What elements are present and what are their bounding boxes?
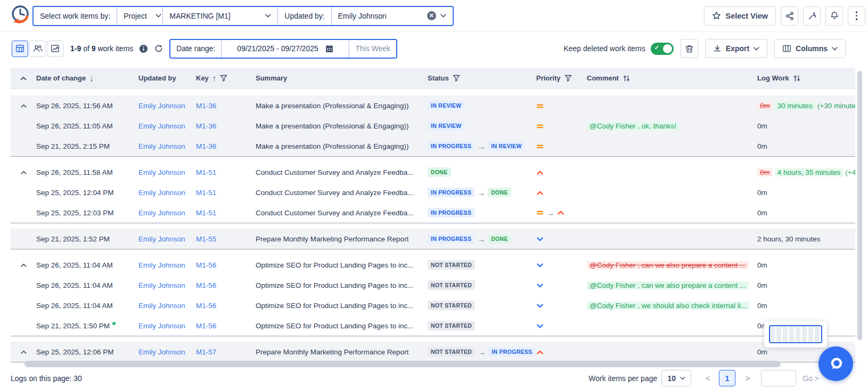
people-view-toggle[interactable] — [29, 41, 46, 57]
filter-funnel-icon[interactable] — [564, 75, 572, 82]
table-row[interactable]: Sep 26, 2025, 11:04 AMEmily JohnsonM1-56… — [11, 295, 855, 316]
go-to-page-input[interactable] — [761, 370, 796, 386]
date-range-picker[interactable]: 09/21/2025 - 09/27/2025 — [221, 40, 349, 58]
current-page-button[interactable]: 1 — [719, 370, 735, 386]
work-item-key-link[interactable]: M1-57 — [196, 348, 216, 356]
columns-button[interactable]: Columns — [774, 39, 846, 58]
filter-funnel-icon[interactable] — [220, 75, 227, 82]
work-item-key-link[interactable]: M1-56 — [196, 322, 216, 330]
table-row[interactable]: Sep 21, 2025, 1:52 PMEmily JohnsonM1-55P… — [11, 229, 855, 249]
floating-scroll-widget[interactable] — [764, 321, 827, 347]
log-work-value: 0m — [757, 122, 767, 130]
updated-by-link[interactable]: Emily Johnson — [138, 281, 185, 289]
info-icon[interactable] — [139, 44, 148, 53]
per-page-label: Work items per page — [588, 374, 657, 383]
status-cell: NOT STARTED→IN PROGRESS — [428, 347, 536, 357]
magic-wand-button[interactable] — [803, 6, 821, 26]
clear-filter-icon[interactable]: ✕ — [427, 11, 436, 20]
settings-sliders-icon[interactable] — [793, 75, 801, 82]
priority-high-icon — [536, 169, 544, 176]
more-options-button[interactable] — [848, 6, 865, 26]
row-collapse-toggle[interactable] — [11, 102, 36, 109]
work-item-key-link[interactable]: M1-56 — [196, 281, 216, 289]
updated-by-select[interactable]: Emily Johnson ✕ — [331, 7, 453, 25]
work-item-key-link[interactable]: M1-36 — [196, 102, 216, 110]
scroll-thumb-preview[interactable] — [769, 325, 822, 343]
updated-by-link[interactable]: Emily Johnson — [138, 142, 185, 150]
export-button[interactable]: Export — [705, 39, 767, 58]
table-row[interactable]: Sep 21, 2025, 1:50 PMEmily JohnsonM1-56O… — [11, 316, 855, 336]
table-row[interactable]: Sep 26, 2025, 11:05 AMEmily JohnsonM1-36… — [11, 116, 855, 136]
vertical-scrollbar[interactable] — [857, 71, 862, 340]
updated-by-link[interactable]: Emily Johnson — [138, 209, 185, 217]
updated-by-link[interactable]: Emily Johnson — [138, 322, 185, 330]
table-row[interactable]: Sep 26, 2025, 11:58 AMEmily JohnsonM1-51… — [11, 162, 855, 182]
table-row[interactable]: Sep 26, 2025, 11:04 AMEmily JohnsonM1-56… — [11, 255, 855, 275]
updated-by-link[interactable]: Emily Johnson — [138, 302, 185, 310]
sort-asc-icon[interactable]: ↑ — [212, 74, 217, 83]
updated-by-link[interactable]: Emily Johnson — [138, 168, 185, 176]
filter-funnel-icon[interactable] — [453, 75, 460, 82]
table-row[interactable]: Sep 26, 2025, 11:56 AMEmily JohnsonM1-36… — [11, 95, 855, 116]
date-of-change: Sep 26, 2025, 11:56 AM — [36, 102, 138, 110]
log-work-value: 0m — [757, 261, 767, 269]
column-header-priority[interactable]: Priority — [536, 74, 587, 82]
collapse-all-button[interactable] — [11, 75, 36, 82]
log-work-value: 4 hours, 35 minutes — [775, 168, 844, 176]
go-button[interactable]: Go > — [803, 374, 819, 383]
column-header-summary[interactable]: Summary — [256, 74, 428, 82]
work-item-key-link[interactable]: M1-56 — [196, 261, 216, 269]
settings-sliders-icon[interactable] — [623, 75, 630, 82]
filter-mode-select[interactable]: Project — [117, 7, 162, 25]
work-item-key-link[interactable]: M1-55 — [196, 235, 216, 243]
updated-by-link[interactable]: Emily Johnson — [138, 348, 185, 356]
chevron-up-icon — [20, 75, 27, 82]
work-item-key-link[interactable]: M1-36 — [196, 142, 216, 150]
updated-by-link[interactable]: Emily Johnson — [138, 102, 185, 110]
column-header-log-work[interactable]: Log Work — [757, 74, 855, 82]
updated-by-link[interactable]: Emily Johnson — [138, 122, 185, 130]
prev-page-button[interactable]: < — [704, 374, 711, 383]
toolbar: 1-9 of 9 work items Date range: 09/21/20… — [0, 33, 868, 64]
period-preset[interactable]: This Week — [349, 40, 396, 58]
per-page-select[interactable]: 10 — [661, 370, 691, 386]
log-work-cell: 0m — [757, 281, 855, 289]
updated-by-link[interactable]: Emily Johnson — [138, 189, 185, 197]
table-row[interactable]: Sep 21, 2025, 2:15 PMEmily JohnsonM1-36M… — [11, 136, 855, 156]
row-collapse-toggle[interactable] — [11, 169, 36, 176]
priority-high-icon — [557, 209, 564, 216]
project-select[interactable]: MARKETING [M1] — [162, 7, 277, 25]
updated-by-link[interactable]: Emily Johnson — [138, 235, 185, 243]
horizontal-scrollbar[interactable] — [24, 361, 781, 367]
table-row[interactable]: Sep 25, 2025, 12:03 PMEmily JohnsonM1-51… — [11, 203, 855, 223]
comment-text: @Cody Fisher , can we also prepare a con… — [587, 261, 749, 269]
row-collapse-toggle[interactable] — [11, 262, 36, 269]
column-header-comment[interactable]: Comment — [587, 74, 757, 82]
table-row[interactable]: Sep 25, 2025, 12:06 PMEmily JohnsonM1-57… — [11, 342, 855, 362]
refresh-icon[interactable] — [154, 44, 163, 53]
search-fab-button[interactable] — [818, 346, 853, 381]
work-item-key-link[interactable]: M1-36 — [196, 122, 216, 130]
column-header-date[interactable]: Date of change ↓ — [36, 74, 138, 83]
chart-view-toggle[interactable] — [47, 41, 63, 57]
table-row[interactable]: Sep 26, 2025, 11:04 AMEmily JohnsonM1-56… — [11, 275, 855, 295]
table-row[interactable]: Sep 25, 2025, 12:04 PMEmily JohnsonM1-51… — [11, 182, 855, 203]
keep-deleted-toggle[interactable]: ✓ — [651, 43, 674, 55]
sort-desc-icon[interactable]: ↓ — [89, 74, 94, 83]
work-item-key-link[interactable]: M1-51 — [196, 189, 216, 197]
updated-by-link[interactable]: Emily Johnson — [138, 261, 185, 269]
row-collapse-toggle[interactable] — [11, 349, 36, 355]
notifications-button[interactable] — [825, 6, 843, 26]
table-view-toggle[interactable] — [12, 41, 28, 57]
column-header-status[interactable]: Status — [428, 74, 536, 82]
delete-button[interactable] — [681, 39, 698, 58]
work-item-key-link[interactable]: M1-51 — [196, 168, 216, 176]
work-item-key-link[interactable]: M1-56 — [196, 302, 216, 310]
column-header-updated-by[interactable]: Updated by — [138, 74, 196, 82]
column-header-key[interactable]: Key ↑ — [196, 74, 256, 83]
download-icon — [713, 44, 722, 53]
next-page-button[interactable]: > — [744, 374, 751, 383]
select-view-button[interactable]: Select View — [704, 6, 776, 26]
share-button[interactable] — [781, 6, 798, 26]
work-item-key-link[interactable]: M1-51 — [196, 209, 216, 217]
